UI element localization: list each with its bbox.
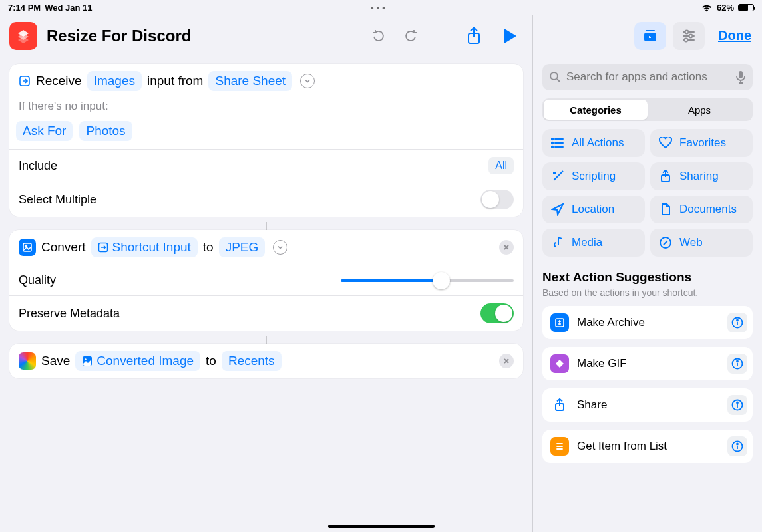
segment-apps[interactable]: Apps [648,100,751,120]
run-button[interactable] [496,25,523,47]
category-all-actions[interactable]: All Actions [542,129,645,157]
library-tab-button[interactable] [634,22,666,50]
category-web[interactable]: Web [650,229,753,257]
actions-canvas[interactable]: Receive Images input from Share Sheet If… [0,57,532,532]
svg-rect-12 [739,71,743,78]
close-icon [503,358,510,364]
expand-toggle[interactable] [300,74,315,88]
search-field[interactable] [542,64,753,90]
segment-categories[interactable]: Categories [544,100,648,120]
category-favorites[interactable]: Favorites [650,129,753,157]
include-value[interactable]: All [488,157,514,174]
info-button[interactable] [727,354,747,374]
preserve-metadata-toggle[interactable] [480,303,514,323]
suggestion-share[interactable]: Share [542,388,753,422]
category-label: Sharing [679,170,719,183]
done-button[interactable]: Done [718,28,751,43]
save-input-label: Converted Image [96,354,194,368]
suggestion-make-gif[interactable]: Make GIF [542,347,753,380]
action-convert[interactable]: Convert Shortcut Input to JPEG Qual [9,230,523,331]
select-multiple-label: Select Multiple [19,193,475,207]
suggestions-heading: Next Action Suggestions [542,270,753,285]
search-input[interactable] [566,70,730,84]
convert-format-token[interactable]: JPEG [219,237,266,257]
safari-icon [659,236,672,249]
info-icon [731,399,743,411]
status-date: Wed Jan 11 [45,3,92,13]
action-receive[interactable]: Receive Images input from Share Sheet If… [9,64,523,217]
suggestion-label: Get Item from List [577,440,719,453]
convert-verb: Convert [41,240,86,255]
svg-point-13 [552,138,553,140]
sliders-icon [681,29,697,43]
home-indicator[interactable] [328,525,435,528]
close-icon [503,244,510,251]
battery-percent: 62% [717,3,734,13]
receive-input-from: input from [147,74,203,88]
info-button[interactable] [727,436,747,456]
chevron-down-icon [304,78,311,84]
svg-point-8 [685,30,689,33]
select-multiple-toggle[interactable] [480,190,514,209]
suggestion-label: Make GIF [577,357,719,370]
save-input-token[interactable]: Converted Image [75,351,200,371]
suggestion-label: Make Archive [577,316,719,329]
delete-action-button[interactable] [499,240,514,255]
library-segmented-control[interactable]: Categories Apps [542,98,753,121]
quality-label: Quality [19,273,322,287]
receive-source-token[interactable]: Share Sheet [208,71,292,91]
wand-icon [551,170,564,183]
settings-tab-button[interactable] [673,22,705,50]
share-button[interactable] [461,25,487,47]
shortcut-title[interactable]: Resize For Discord [47,27,358,45]
fallback-photos[interactable]: Photos [79,121,132,141]
info-icon [731,440,743,452]
quality-slider[interactable] [341,279,514,282]
editor-pane: Resize For Discord Receive Images [0,15,533,532]
convert-input-token[interactable]: Shortcut Input [91,237,198,257]
receive-types-token[interactable]: Images [87,71,142,91]
redo-icon [403,28,419,44]
category-label: All Actions [572,136,624,150]
category-documents[interactable]: Documents [650,196,753,223]
suggestions-subheading: Based on the actions in your shortcut. [542,287,753,298]
no-input-label: If there's no input: [9,98,523,118]
input-icon [98,242,108,253]
play-icon [502,27,518,45]
info-button[interactable] [727,313,747,332]
library-sidebar: Done Categories Apps All Actions Favorit [533,15,762,532]
share-icon [465,27,482,45]
convert-input-label: Shortcut Input [112,240,191,255]
status-time: 7:14 PM [8,3,41,13]
input-icon [19,75,31,87]
redo-button[interactable] [399,25,422,47]
svg-point-11 [550,72,558,80]
list-icon [551,138,564,148]
suggestion-get-item-from-list[interactable]: Get Item from List [542,430,753,463]
share-icon [660,170,671,183]
suggestion-make-archive[interactable]: Make Archive [542,306,753,339]
action-save[interactable]: Save Converted Image to Recents [9,344,523,378]
save-verb: Save [41,354,70,368]
photos-app-icon [19,352,36,370]
category-scripting[interactable]: Scripting [542,162,645,190]
undo-button[interactable] [367,25,390,47]
delete-action-button[interactable] [499,354,514,368]
convert-app-icon [19,239,36,256]
save-dest-token[interactable]: Recents [222,351,282,371]
archive-icon [554,317,565,328]
sidebar-header: Done [533,15,762,57]
category-sharing[interactable]: Sharing [650,162,753,190]
info-icon [731,358,743,370]
expand-toggle[interactable] [273,240,287,255]
fallback-ask-for[interactable]: Ask For [16,121,73,141]
dictation-icon[interactable] [735,70,746,84]
category-media[interactable]: Media [542,229,645,257]
image-icon [22,242,33,253]
multitasking-dots-icon[interactable]: ••• [371,3,388,13]
preserve-metadata-label: Preserve Metadata [19,307,475,321]
image-icon [82,356,93,366]
category-location[interactable]: Location [542,196,645,223]
shortcut-app-icon[interactable] [9,22,37,50]
info-button[interactable] [727,395,747,415]
